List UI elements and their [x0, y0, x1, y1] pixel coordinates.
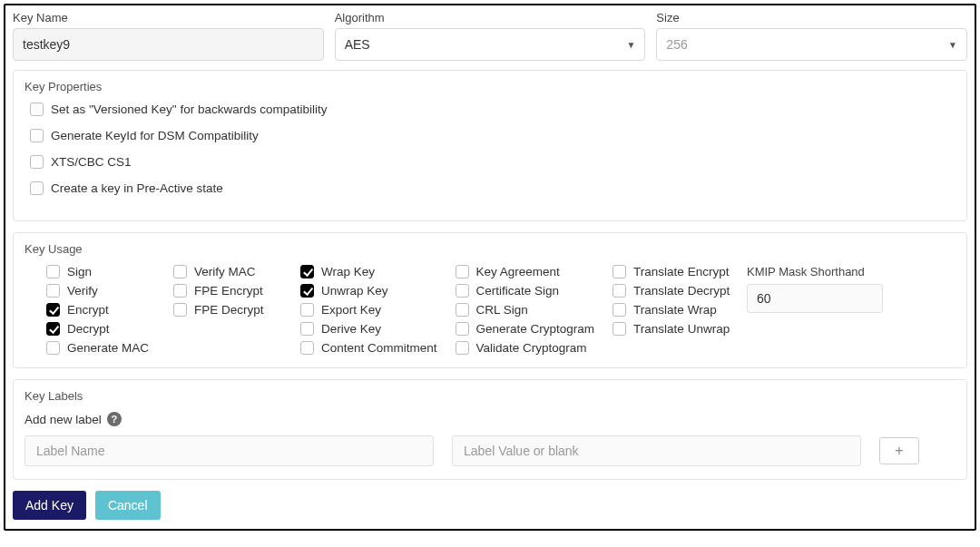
- checkbox-label: Encrypt: [67, 304, 109, 317]
- checkbox-label: Content Commitment: [321, 342, 437, 355]
- key-usage-panel: Key Usage SignVerifyEncryptDecryptGenera…: [13, 232, 967, 368]
- usage-wrap-key[interactable]: Wrap Key: [300, 265, 437, 278]
- checkbox-icon[interactable]: [456, 284, 469, 298]
- checkbox-icon[interactable]: [173, 265, 187, 278]
- usage-column: Wrap KeyUnwrap KeyExport KeyDerive KeyCo…: [300, 265, 437, 355]
- key-properties-title: Key Properties: [24, 80, 956, 93]
- plus-icon: +: [895, 443, 903, 459]
- checkbox-label: Verify: [67, 285, 98, 298]
- checkbox-icon[interactable]: [300, 284, 314, 298]
- key-name-value: testkey9: [23, 37, 70, 52]
- checkbox-icon[interactable]: [46, 303, 60, 317]
- algorithm-label: Algorithm: [335, 11, 646, 24]
- checkbox-label: Create a key in Pre-Active state: [51, 182, 223, 195]
- algorithm-select[interactable]: AES ▼: [335, 28, 646, 61]
- usage-column: SignVerifyEncryptDecryptGenerate MAC: [46, 265, 155, 355]
- checkbox-label: Translate Unwrap: [633, 323, 730, 336]
- prop-set-as-versioned-key-for-backwards-compatibility[interactable]: Set as "Versioned Key" for backwards com…: [30, 103, 956, 116]
- checkbox-icon[interactable]: [173, 284, 187, 298]
- usage-verify-mac[interactable]: Verify MAC: [173, 265, 282, 278]
- checkbox-label: Translate Decrypt: [633, 285, 730, 298]
- checkbox-label: FPE Decrypt: [194, 304, 264, 317]
- checkbox-label: XTS/CBC CS1: [51, 156, 132, 169]
- usage-translate-encrypt[interactable]: Translate Encrypt: [612, 265, 730, 278]
- checkbox-label: Key Agreement: [476, 266, 560, 278]
- checkbox-icon[interactable]: [456, 265, 469, 278]
- checkbox-icon[interactable]: [456, 303, 469, 317]
- usage-encrypt[interactable]: Encrypt: [46, 303, 155, 317]
- checkbox-icon[interactable]: [46, 341, 60, 355]
- checkbox-icon[interactable]: [300, 265, 314, 278]
- checkbox-label: Translate Wrap: [633, 304, 717, 317]
- add-key-button-label: Add Key: [25, 498, 74, 513]
- usage-derive-key[interactable]: Derive Key: [300, 322, 437, 336]
- checkbox-icon[interactable]: [456, 341, 469, 355]
- key-properties-panel: Key Properties Set as "Versioned Key" fo…: [13, 70, 967, 221]
- usage-content-commitment[interactable]: Content Commitment: [300, 341, 437, 355]
- checkbox-label: Generate Cryptogram: [476, 323, 595, 336]
- checkbox-label: Translate Encrypt: [633, 266, 729, 278]
- usage-certificate-sign[interactable]: Certificate Sign: [456, 284, 595, 298]
- checkbox-label: Unwrap Key: [321, 285, 388, 298]
- usage-export-key[interactable]: Export Key: [300, 303, 437, 317]
- usage-column: Translate EncryptTranslate DecryptTransl…: [612, 265, 730, 355]
- usage-translate-wrap[interactable]: Translate Wrap: [612, 303, 730, 317]
- add-label-button[interactable]: +: [879, 437, 919, 464]
- checkbox-label: Wrap Key: [321, 266, 375, 278]
- checkbox-icon[interactable]: [173, 303, 187, 317]
- checkbox-icon[interactable]: [46, 265, 60, 278]
- usage-generate-cryptogram[interactable]: Generate Cryptogram: [456, 322, 595, 336]
- usage-translate-unwrap[interactable]: Translate Unwrap: [612, 322, 730, 336]
- kmip-input[interactable]: 60: [747, 284, 883, 313]
- checkbox-icon[interactable]: [30, 103, 44, 116]
- size-select[interactable]: 256 ▼: [656, 28, 967, 61]
- usage-fpe-decrypt[interactable]: FPE Decrypt: [173, 303, 282, 317]
- checkbox-label: Certificate Sign: [476, 285, 560, 298]
- prop-create-a-key-in-pre-active-state[interactable]: Create a key in Pre-Active state: [30, 181, 956, 195]
- chevron-down-icon: ▼: [948, 40, 957, 50]
- usage-translate-decrypt[interactable]: Translate Decrypt: [612, 284, 730, 298]
- checkbox-icon[interactable]: [612, 265, 626, 278]
- usage-decrypt[interactable]: Decrypt: [46, 322, 155, 336]
- checkbox-icon[interactable]: [612, 284, 626, 298]
- usage-unwrap-key[interactable]: Unwrap Key: [300, 284, 437, 298]
- checkbox-label: CRL Sign: [476, 304, 528, 317]
- checkbox-icon[interactable]: [300, 341, 314, 355]
- usage-verify[interactable]: Verify: [46, 284, 155, 298]
- checkbox-icon[interactable]: [612, 322, 626, 336]
- size-label: Size: [656, 11, 967, 24]
- checkbox-label: Derive Key: [321, 323, 381, 336]
- label-name-placeholder: Label Name: [36, 444, 105, 458]
- size-value: 256: [666, 37, 687, 52]
- prop-xts-cbc-cs1[interactable]: XTS/CBC CS1: [30, 155, 956, 169]
- label-name-input[interactable]: Label Name: [24, 435, 434, 466]
- prop-generate-keyid-for-dsm-compatibility[interactable]: Generate KeyId for DSM Compatibility: [30, 129, 956, 142]
- checkbox-icon[interactable]: [456, 322, 469, 336]
- key-name-input[interactable]: testkey9: [13, 28, 324, 61]
- usage-key-agreement[interactable]: Key Agreement: [456, 265, 595, 278]
- checkbox-icon[interactable]: [30, 155, 44, 169]
- usage-generate-mac[interactable]: Generate MAC: [46, 341, 155, 355]
- help-icon[interactable]: ?: [107, 412, 122, 426]
- usage-column: Verify MACFPE EncryptFPE Decrypt: [173, 265, 282, 355]
- checkbox-label: Decrypt: [67, 323, 110, 336]
- key-labels-title: Key Labels: [24, 389, 956, 403]
- cancel-button-label: Cancel: [108, 498, 148, 513]
- usage-fpe-encrypt[interactable]: FPE Encrypt: [173, 284, 282, 298]
- label-value-input[interactable]: Label Value or blank: [452, 435, 861, 466]
- cancel-button[interactable]: Cancel: [95, 491, 161, 520]
- checkbox-icon[interactable]: [612, 303, 626, 317]
- checkbox-label: FPE Encrypt: [194, 285, 263, 298]
- usage-validate-cryptogram[interactable]: Validate Cryptogram: [456, 341, 595, 355]
- checkbox-label: Generate KeyId for DSM Compatibility: [51, 130, 259, 142]
- checkbox-icon[interactable]: [46, 322, 60, 336]
- checkbox-icon[interactable]: [300, 303, 314, 317]
- checkbox-icon[interactable]: [300, 322, 314, 336]
- checkbox-icon[interactable]: [30, 129, 44, 142]
- checkbox-icon[interactable]: [46, 284, 60, 298]
- add-key-button[interactable]: Add Key: [13, 491, 86, 520]
- checkbox-icon[interactable]: [30, 181, 44, 195]
- algorithm-value: AES: [345, 37, 370, 52]
- usage-crl-sign[interactable]: CRL Sign: [456, 303, 595, 317]
- usage-sign[interactable]: Sign: [46, 265, 155, 278]
